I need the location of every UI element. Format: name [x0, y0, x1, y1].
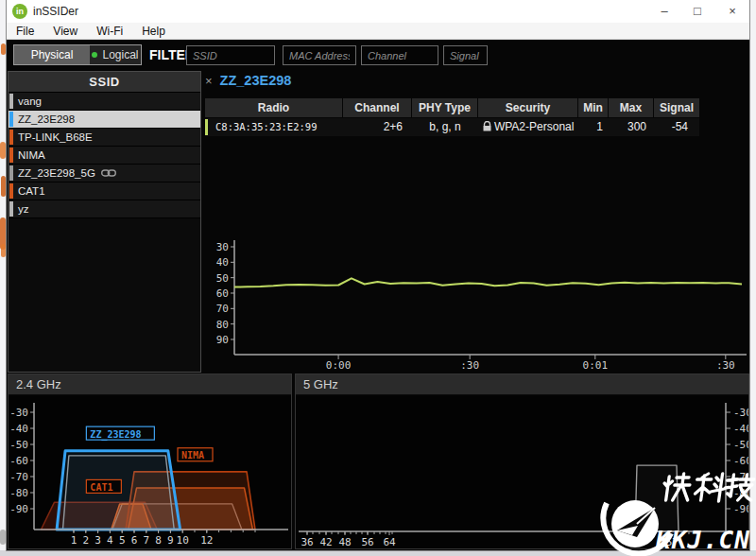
y-tick-label: -60 [733, 455, 748, 467]
radio-min: 1 [578, 118, 609, 136]
y-tick-label: -30 [9, 407, 28, 419]
y-tick-label: -60 [215, 287, 229, 300]
menu-help[interactable]: Help [132, 23, 175, 40]
ssid-list: vangZZ_23E298TP-LINK_B68ENIMAZZ_23E298_5… [9, 93, 200, 218]
ssid-color-bar [9, 148, 13, 163]
edge-artifact [1, 244, 6, 257]
ssid-color-bar [9, 165, 13, 181]
channel-filter-input[interactable] [361, 45, 438, 65]
menu-bar: FileViewWi-FiHelp [7, 23, 749, 40]
page-left-strip [0, 0, 7, 550]
x-tick-label: 64 [383, 536, 396, 548]
y-tick-label: -70 [9, 471, 28, 483]
radio-security: WPA2-Personal [478, 118, 578, 136]
ssid-list-item[interactable]: NIMA [9, 147, 200, 165]
y-tick-label: -60 [9, 455, 28, 467]
y-tick-label: -50 [733, 439, 748, 451]
y-tick-label: -90 [9, 503, 28, 515]
logical-toggle-button[interactable]: Logical [90, 45, 141, 64]
ssid-label: TP-LINK_B68E [18, 131, 93, 143]
radio-mac: C8:3A:35:23:E2:99 [205, 118, 343, 136]
ssid-list-item[interactable]: yz [9, 200, 200, 218]
ssid-list-item[interactable]: vang [9, 93, 200, 111]
col-signal[interactable]: Signal [654, 98, 699, 117]
radio-phy: b, g, n [412, 118, 478, 136]
title-bar[interactable]: in inSSIDer – □ × [7, 0, 749, 23]
ssid-color-bar [9, 112, 13, 127]
radio-signal: -54 [654, 118, 699, 136]
ssid-label: vang [18, 96, 42, 107]
x-tick-label: :30 [460, 359, 479, 371]
menu-view[interactable]: View [43, 23, 87, 40]
col-channel[interactable]: Channel [343, 98, 412, 117]
logical-active-dot [92, 52, 97, 58]
x-tick-label: 6 [131, 534, 138, 547]
y-tick-label: -40 [733, 423, 748, 435]
link-icon [101, 169, 116, 177]
col-phy[interactable]: PHY Type [412, 98, 478, 117]
ssid-color-bar [9, 183, 13, 199]
band-5ghz-title: 5 GHz [296, 374, 748, 395]
minimize-button[interactable]: – [648, 0, 680, 23]
x-tick-label: 48 [338, 536, 351, 548]
ssid-label: CAT1 [18, 185, 45, 197]
ssid-list-item[interactable]: ZZ_23E298_5G [9, 165, 200, 182]
lock-icon [483, 121, 491, 131]
col-max[interactable]: Max [609, 98, 654, 117]
ssid-color-bar [9, 130, 13, 145]
band-24ghz-chart: -30-40-50-60-70-80-901234567891012ZZ_23E… [9, 395, 291, 548]
x-tick-label: 7 [143, 534, 149, 547]
band-24ghz-panel: 2.4 GHz -30-40-50-60-70-80-9012345678910… [8, 374, 292, 549]
ssid-list-item[interactable]: TP-LINK_B68E [9, 129, 200, 147]
y-tick-label: -30 [215, 241, 229, 253]
tab-close-icon[interactable]: × [205, 74, 213, 88]
y-tick-label: -50 [215, 272, 229, 285]
col-min[interactable]: Min [578, 98, 609, 117]
y-tick-label: -90 [733, 503, 748, 515]
ssid-label: yz [18, 203, 29, 215]
x-tick-label: 10 [177, 534, 189, 547]
ssid-list-item[interactable]: ZZ_23E298 [9, 111, 200, 129]
ssid-label: ZZ_23E298_5G [18, 167, 95, 179]
network-label-text: ZZ_23E298 [90, 429, 141, 441]
ssid-sidebar: SSID vangZZ_23E298TP-LINK_B68ENIMAZZ_23E… [8, 71, 201, 373]
col-radio[interactable]: Radio [205, 98, 343, 117]
ssid-list-item[interactable]: CAT1 [9, 182, 200, 200]
band-5ghz-chart: -30-40-50-60-70-80-903642485664149157 [296, 395, 748, 548]
ssid-color-bar [9, 201, 13, 217]
maximize-button[interactable]: □ [681, 0, 713, 23]
radio-channel: 2+6 [343, 118, 412, 136]
x-tick-label: 157 [660, 536, 679, 548]
logical-label: Logical [102, 48, 138, 61]
band-24ghz-title: 2.4 GHz [9, 374, 291, 395]
x-tick-label: 36 [301, 536, 313, 548]
network-detail-tab[interactable]: × ZZ_23E298 [205, 73, 291, 88]
close-button[interactable]: × [716, 0, 748, 23]
x-tick-label: 1 [71, 534, 77, 547]
edge-artifact [0, 142, 6, 159]
x-tick-label: 56 [361, 536, 373, 548]
tab-title: ZZ_23E298 [220, 73, 292, 88]
radio-table-row[interactable]: C8:3A:35:23:E2:99 2+6 b, g, n WPA2-Perso… [205, 118, 699, 136]
mac-filter-input[interactable] [283, 45, 356, 65]
menu-wifi[interactable]: Wi-Fi [87, 23, 132, 40]
y-tick-label: -70 [733, 471, 748, 483]
y-tick-label: -70 [215, 303, 229, 315]
col-security[interactable]: Security [478, 98, 578, 117]
ssid-column-header[interactable]: SSID [9, 72, 200, 93]
x-tick-label: 3 [94, 534, 101, 547]
physical-toggle-button[interactable]: Physical [14, 45, 90, 64]
menu-file[interactable]: File [7, 23, 43, 40]
ssid-label: ZZ_23E298 [18, 113, 75, 125]
x-tick-label: 8 [155, 534, 162, 547]
x-tick-label: 0:01 [583, 359, 609, 371]
y-tick-label: -80 [215, 319, 229, 331]
x-tick-label: 9 [167, 534, 174, 547]
edge-artifact [0, 530, 6, 545]
x-tick-label: 42 [319, 536, 332, 548]
app-icon: in [12, 4, 27, 19]
ssid-filter-input[interactable] [186, 45, 275, 65]
network-label-text: NIMA [181, 450, 204, 460]
y-tick-label: -40 [215, 256, 229, 269]
signal-filter-input[interactable] [443, 45, 488, 65]
